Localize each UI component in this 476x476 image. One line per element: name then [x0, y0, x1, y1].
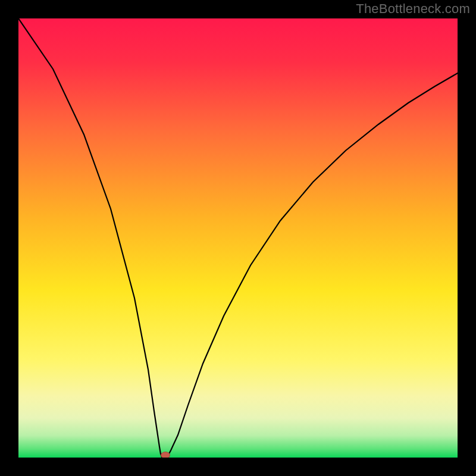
watermark-text: TheBottleneck.com [356, 1, 470, 17]
chart-container: TheBottleneck.com [0, 0, 476, 476]
minimum-marker [161, 452, 170, 458]
gradient-background [18, 18, 458, 458]
bottleneck-chart [18, 18, 458, 458]
